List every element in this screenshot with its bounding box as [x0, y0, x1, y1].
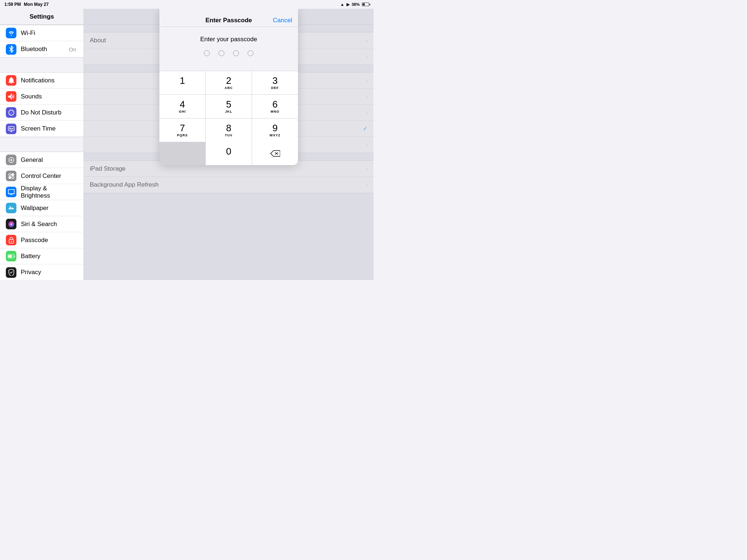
svg-rect-1 — [9, 128, 11, 129]
key-letters-5: JKL — [225, 110, 232, 114]
keypad-key-1[interactable]: 1 — [159, 71, 205, 94]
passcode-prompt: Enter your passcode — [165, 36, 292, 43]
sidebar-item-passcode-label: Passcode — [21, 237, 78, 244]
general-icon — [6, 155, 16, 165]
key-number-8: 8 — [226, 123, 231, 133]
sidebar-item-battery[interactable]: Battery — [0, 248, 84, 264]
svg-point-10 — [9, 174, 11, 176]
sidebar-item-wallpaper-label: Wallpaper — [21, 205, 78, 212]
keypad-key-9[interactable]: 9 WXYZ — [252, 118, 298, 142]
sidebar-item-screentime-label: Screen Time — [21, 125, 78, 132]
svg-point-17 — [11, 241, 12, 242]
sidebar-section-1: Wi-Fi Bluetooth On — [0, 25, 84, 58]
key-number-0: 0 — [226, 147, 231, 156]
sidebar-item-controlcenter-label: Control Center — [21, 172, 78, 180]
sidebar-item-screentime[interactable]: Screen Time — [0, 121, 84, 137]
keypad-empty-left — [159, 142, 205, 165]
status-time: 1:59 PM — [4, 2, 21, 7]
key-number-2: 2 — [226, 76, 231, 85]
key-number-7: 7 — [180, 123, 185, 133]
sidebar-item-wifi[interactable]: Wi-Fi — [0, 25, 84, 41]
sidebar-item-general-label: General — [21, 156, 78, 164]
keypad-key-6[interactable]: 6 MNO — [252, 95, 298, 118]
status-right: ▲ ▶ 38% — [340, 2, 369, 7]
key-letters-2: ABC — [225, 86, 233, 90]
key-number-3: 3 — [272, 76, 278, 85]
battery-percentage: 38% — [352, 2, 360, 7]
sidebar-title: Settings — [0, 9, 84, 25]
svg-rect-2 — [11, 128, 12, 129]
sidebar-item-battery-label: Battery — [21, 253, 78, 260]
sidebar: Settings Wi-Fi — [0, 9, 84, 280]
sidebar-item-wifi-label: Wi-Fi — [21, 30, 78, 37]
sidebar-item-passcode[interactable]: Passcode — [0, 232, 84, 248]
siri-icon — [6, 219, 16, 229]
sidebar-item-display-label: Display & Brightness — [21, 185, 78, 199]
status-left: 1:59 PM Mon May 27 — [4, 2, 49, 7]
svg-point-11 — [12, 174, 14, 176]
sidebar-item-bluetooth[interactable]: Bluetooth On — [0, 41, 84, 57]
key-letters-7: PQRS — [177, 133, 188, 137]
passcode-body: Enter your passcode — [159, 27, 298, 71]
wifi-icon — [6, 28, 16, 38]
sidebar-item-wallpaper[interactable]: Wallpaper — [0, 200, 84, 216]
keypad-bottom-row: 0 — [159, 142, 298, 165]
keypad-key-5[interactable]: 5 JKL — [206, 95, 252, 118]
dnd-icon — [6, 107, 16, 118]
keypad-key-4[interactable]: 4 GHI — [159, 95, 205, 118]
svg-rect-19 — [8, 255, 12, 257]
sidebar-item-dnd-label: Do Not Disturb — [21, 109, 78, 116]
sidebar-item-dnd[interactable]: Do Not Disturb — [0, 105, 84, 121]
bluetooth-icon — [6, 44, 16, 55]
screentime-icon — [6, 124, 16, 134]
key-letters-8: TUV — [225, 133, 233, 137]
sidebar-item-sounds[interactable]: Sounds — [0, 89, 84, 105]
sidebar-section-3: General Control Center — [0, 152, 84, 280]
svg-rect-3 — [12, 128, 13, 129]
sidebar-item-display[interactable]: Display & Brightness — [0, 184, 84, 200]
wallpaper-icon — [6, 203, 16, 213]
passcode-title: Enter Passcode — [187, 17, 270, 24]
right-panel: General About › › › › — [84, 9, 374, 280]
sidebar-item-siri-label: Siri & Search — [21, 221, 78, 228]
key-letters-4: GHI — [179, 110, 186, 114]
passcode-cancel-button[interactable]: Cancel — [270, 17, 292, 24]
passcode-dot-3 — [233, 50, 239, 56]
keypad-key-3[interactable]: 3 DEF — [252, 71, 298, 94]
main-layout: Settings Wi-Fi — [0, 9, 374, 280]
keypad-delete-button[interactable] — [252, 142, 298, 165]
sidebar-item-general[interactable]: General — [0, 152, 84, 168]
sidebar-item-controlcenter[interactable]: Control Center — [0, 168, 84, 184]
status-bar: 1:59 PM Mon May 27 ▲ ▶ 38% — [0, 0, 374, 9]
sidebar-item-notifications[interactable]: Notifications — [0, 73, 84, 89]
keypad-key-2[interactable]: 2 ABC — [206, 71, 252, 94]
sidebar-item-notifications-label: Notifications — [21, 77, 78, 84]
svg-point-13 — [12, 176, 14, 179]
sidebar-item-privacy[interactable]: Privacy — [0, 264, 84, 280]
battery-indicator — [362, 3, 369, 6]
keypad-key-0[interactable]: 0 — [206, 142, 252, 165]
bluetooth-value: On — [69, 46, 76, 52]
key-letters-9: WXYZ — [270, 133, 280, 137]
passcode-dot-4 — [248, 50, 253, 56]
notifications-icon — [6, 75, 16, 86]
passcode-header: Enter Passcode Cancel — [159, 9, 298, 27]
keypad-key-7[interactable]: 7 PQRS — [159, 118, 205, 142]
key-number-9: 9 — [272, 123, 278, 133]
key-letters-3: DEF — [271, 86, 279, 90]
passcode-icon — [6, 235, 16, 245]
sidebar-section-2: Notifications Sounds Do Not Disturb — [0, 72, 84, 137]
keypad-key-8[interactable]: 8 TUV — [206, 118, 252, 142]
sidebar-item-bluetooth-label: Bluetooth — [21, 46, 65, 53]
key-letters-6: MNO — [271, 110, 279, 114]
passcode-dots — [165, 50, 292, 56]
svg-point-12 — [9, 176, 11, 179]
controlcenter-icon — [6, 171, 16, 181]
sidebar-item-siri[interactable]: Siri & Search — [0, 216, 84, 232]
privacy-icon — [6, 267, 16, 278]
keypad: 1 2 ABC 3 DEF 4 GHI — [159, 71, 298, 142]
sidebar-item-privacy-label: Privacy — [21, 269, 78, 276]
passcode-modal: Enter Passcode Cancel Enter your passcod… — [159, 9, 298, 165]
key-number-1: 1 — [180, 76, 185, 85]
key-number-6: 6 — [272, 100, 278, 109]
